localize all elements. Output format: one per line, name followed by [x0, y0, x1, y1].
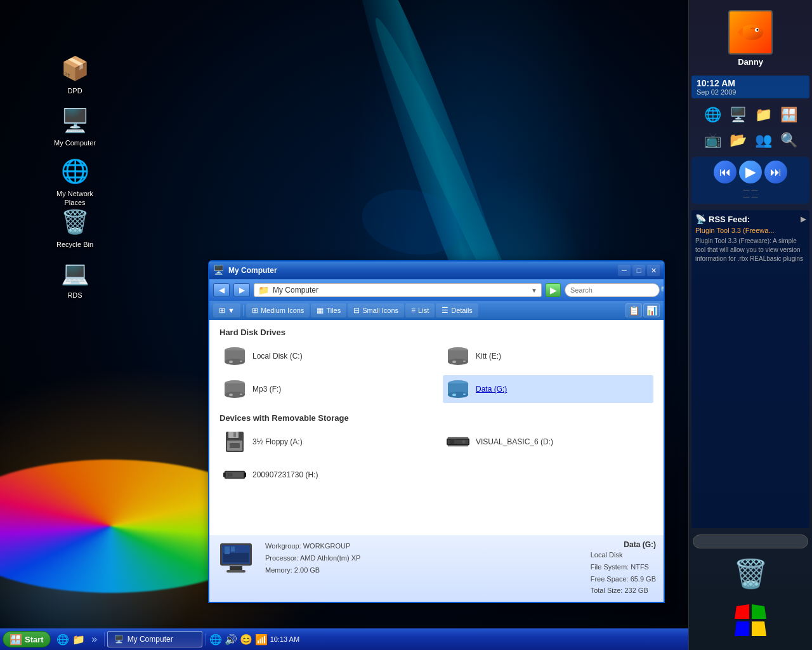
view-grid-icon: ⊞	[219, 306, 225, 315]
rss-feed-title: 📡 RSS Feed: ▶	[695, 214, 806, 224]
sidebar-icon-computer[interactable]: 🖥️	[726, 103, 749, 126]
svg-rect-12	[463, 361, 466, 362]
sidebar-icon-search[interactable]: 🔍	[777, 129, 800, 152]
svg-point-21	[452, 394, 456, 396]
tray-signal-icon[interactable]: 📶	[255, 633, 268, 646]
desktop-icon-rds[interactable]: 💻 RDS	[49, 255, 100, 302]
taskbar: 🪟 Start 🌐 📁 » 🖥️ My Computer 🌐 🔊 😊 📶 10:…	[0, 628, 688, 650]
drive-a-label: 3½ Floppy (A:)	[252, 437, 303, 446]
back-button[interactable]: ◀	[213, 283, 230, 297]
ql-folder-icon[interactable]: 📁	[72, 632, 86, 646]
drive-d[interactable]: VISUAL_BASIC_6 (D:)	[443, 428, 653, 456]
sidebar-icon-files[interactable]: 📂	[726, 129, 749, 152]
svg-point-6	[229, 361, 233, 363]
desktop-icon-recycle-bin[interactable]: 🗑️ Recycle Bin	[49, 204, 100, 251]
svg-rect-22	[463, 394, 466, 395]
list-icon: ≡	[411, 306, 416, 315]
svg-marker-53	[752, 621, 766, 636]
minimize-button[interactable]: ─	[618, 265, 631, 276]
clock-area[interactable]: 10:12 AM Sep 02 2009	[691, 76, 809, 98]
close-button[interactable]: ✕	[647, 265, 660, 276]
ql-ie-icon[interactable]: 🌐	[56, 632, 70, 646]
svg-rect-45	[231, 547, 235, 552]
drive-c[interactable]: Local Disk (C:)	[219, 342, 430, 370]
forward-button[interactable]: ▶	[233, 283, 250, 297]
svg-point-10	[448, 359, 468, 365]
svg-rect-25	[233, 432, 236, 437]
drive-f[interactable]: Mp3 (F:)	[219, 375, 430, 403]
details-icon: ☰	[442, 306, 449, 315]
view-tiles-button[interactable]: ▦ Tiles	[311, 303, 346, 317]
status-computer-icon	[217, 540, 255, 585]
svg-marker-50	[735, 604, 749, 619]
drive-h[interactable]: 200907231730 (H:)	[219, 461, 430, 489]
rss-headline: Plugin Tool 3.3 (Freewa...	[695, 227, 806, 234]
tray-network-icon[interactable]: 🌐	[209, 633, 222, 646]
status-memory: Memory: 2.00 GB	[265, 564, 580, 576]
toolbar-action-btn-2[interactable]: 📊	[643, 303, 660, 317]
view-medium-icons-button[interactable]: ⊞ Medium Icons	[246, 303, 310, 317]
sidebar-search-input[interactable]	[693, 534, 808, 548]
svg-rect-27	[230, 443, 240, 448]
address-bar[interactable]: 📁 My Computer ▼	[254, 283, 542, 297]
drive-g[interactable]: Data (G:)	[443, 375, 653, 403]
window-statusbar: Workgroup: WORKGROUP Processor: AMD Athl…	[209, 535, 664, 602]
desktop-icon-my-computer[interactable]: 🖥️ My Computer	[49, 103, 100, 150]
taskbar-my-computer-button[interactable]: 🖥️ My Computer	[107, 631, 202, 647]
drive-e[interactable]: Kitt (E:)	[443, 342, 653, 370]
sidebar-icons-row-1: 🌐 🖥️ 📁 🪟	[689, 103, 812, 126]
rss-icon: 📡	[695, 214, 706, 224]
sidebar-icons-row-2: 📺 📂 👥 🔍	[689, 129, 812, 152]
sidebar-icon-ie[interactable]: 🌐	[701, 103, 724, 126]
tray-smiley-icon[interactable]: 😊	[240, 633, 252, 646]
maximize-button[interactable]: □	[632, 265, 645, 276]
view-details-button[interactable]: ☰ Details	[436, 303, 478, 317]
ql-more-icon[interactable]: »	[88, 632, 102, 646]
windows-logo-button[interactable]	[728, 598, 773, 642]
sidebar-icon-folder[interactable]: 📁	[752, 103, 775, 126]
sidebar-icon-window[interactable]: 🪟	[777, 103, 800, 126]
drive-a[interactable]: 3½ Floppy (A:)	[219, 428, 430, 456]
view-list-button[interactable]: ≡ List	[405, 303, 435, 317]
svg-point-20	[448, 392, 468, 398]
window-addressbar: ◀ ▶ 📁 My Computer ▼ ▶ 🔍	[209, 279, 664, 301]
svg-point-46	[740, 25, 763, 40]
drive-h-icon	[223, 463, 246, 486]
status-workgroup: Workgroup: WORKGROUP	[265, 540, 580, 552]
svg-marker-51	[752, 604, 766, 619]
drive-a-icon	[223, 430, 246, 453]
window-content: Hard Disk Drives	[209, 320, 664, 535]
desktop-icon-dpd[interactable]: 📦 DPD	[49, 51, 100, 98]
view-small-icons-button[interactable]: ⊟ Small Icons	[348, 303, 404, 317]
svg-marker-47	[738, 27, 743, 37]
sidebar-icon-users[interactable]: 👥	[752, 129, 775, 152]
svg-rect-41	[230, 566, 242, 570]
user-avatar[interactable]	[728, 10, 773, 55]
svg-marker-52	[735, 621, 749, 636]
status-processor: Processor: AMD Athlon(tm) XP	[265, 552, 580, 564]
media-next-button[interactable]: ⏭	[764, 161, 787, 183]
system-tray: 🌐 🔊 😊 📶 10:13 AM	[205, 633, 303, 646]
start-button[interactable]: 🪟 Start	[3, 631, 51, 647]
status-filesystem: Local Disk	[591, 549, 656, 561]
status-system-info: Workgroup: WORKGROUP Processor: AMD Athl…	[265, 540, 580, 576]
sidebar-recycle-bin[interactable]: 🗑️	[731, 555, 769, 593]
taskbar-clock[interactable]: 10:13 AM	[270, 635, 299, 643]
sidebar-icon-tv[interactable]: 📺	[701, 129, 724, 152]
svg-point-31	[462, 440, 465, 443]
view-dropdown-button[interactable]: ⊞ ▼	[213, 303, 240, 317]
search-input[interactable]	[570, 286, 658, 294]
media-prev-button[interactable]: ⏮	[714, 161, 737, 183]
search-icon[interactable]: 🔍	[660, 286, 665, 295]
svg-rect-37	[244, 472, 246, 477]
folder-icon: 📁	[258, 285, 269, 295]
go-button[interactable]: ▶	[546, 283, 561, 297]
toolbar-action-btn-1[interactable]: 📋	[625, 303, 642, 317]
svg-rect-43	[223, 553, 249, 562]
media-play-button[interactable]: ▶	[739, 161, 762, 183]
drive-g-icon	[447, 378, 469, 401]
tray-sound-icon[interactable]: 🔊	[225, 633, 237, 646]
media-track-info: — —— —	[743, 186, 758, 200]
desktop-icon-my-network-places[interactable]: 🌐 My Network Places	[49, 154, 100, 210]
address-text: My Computer	[273, 286, 527, 295]
